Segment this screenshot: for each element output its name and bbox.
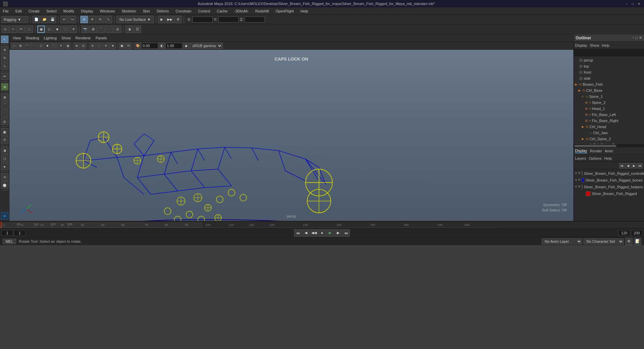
- render-settings[interactable]: ⚙: [174, 16, 182, 23]
- vp-menu-show[interactable]: Show: [60, 34, 73, 42]
- vp-xray[interactable]: ◌: [96, 43, 102, 49]
- stop-btn[interactable]: ■: [318, 229, 326, 237]
- current-frame-input[interactable]: [1, 230, 13, 236]
- grid-snap[interactable]: ⊞: [90, 26, 97, 33]
- x-input[interactable]: [192, 16, 213, 23]
- vp-clamp[interactable]: ◧: [159, 43, 165, 49]
- layer-helpers[interactable]: V P Silver_Bream_Fish_Rigged_helpers: [574, 184, 644, 190]
- wire-mode[interactable]: ◻: [45, 26, 53, 33]
- outliner-tab-show[interactable]: Show: [590, 43, 599, 47]
- menu-constrain[interactable]: Constrain: [174, 9, 193, 13]
- texture-mode[interactable]: ⬛: [62, 26, 69, 33]
- mode-dropdown[interactable]: Rigging ▼: [1, 16, 28, 23]
- vp-texture[interactable]: ⬛: [51, 43, 57, 49]
- tree-item-fin-left[interactable]: ⊞ < Fin_Base_Left: [574, 112, 644, 118]
- xray[interactable]: ☲: [134, 26, 141, 33]
- snap-point[interactable]: ·: [1, 110, 8, 117]
- tree-item-ctrl-spine3[interactable]: ▶ ⊡ Ctrl_Spine_3: [574, 142, 644, 144]
- vp-grid[interactable]: ⊞: [17, 43, 24, 49]
- vp-iso[interactable]: ⊘: [90, 43, 96, 49]
- outliner-tab-display[interactable]: Display: [575, 43, 587, 47]
- menu-cache[interactable]: Cache: [215, 9, 229, 13]
- anim-layer-select[interactable]: No Anim Layer: [542, 238, 582, 244]
- pb-prev[interactable]: ⏮: [619, 163, 624, 168]
- save-button[interactable]: 💾: [49, 16, 56, 23]
- layer-p3[interactable]: P: [578, 185, 580, 189]
- select-mode[interactable]: ↖: [1, 36, 8, 43]
- panel-subtab-help[interactable]: Help: [604, 156, 612, 160]
- tree-item-front[interactable]: 🎥 front: [574, 69, 644, 75]
- menu-create[interactable]: Create: [27, 9, 41, 13]
- new-button[interactable]: 📄: [33, 16, 40, 23]
- snap-view[interactable]: ◎: [1, 118, 8, 125]
- open-button[interactable]: 📁: [41, 16, 48, 23]
- pt-snap[interactable]: ·: [106, 26, 113, 33]
- pb-fwd[interactable]: ▶: [631, 163, 637, 168]
- layer-p1[interactable]: P: [578, 171, 580, 176]
- isolate[interactable]: ◑: [126, 26, 133, 33]
- outliner-tab-help[interactable]: Help: [602, 43, 610, 47]
- panel-tab-render[interactable]: Render: [590, 149, 602, 153]
- layer-v3[interactable]: V: [575, 185, 577, 189]
- menu-help[interactable]: Help: [299, 9, 310, 13]
- menu-modify[interactable]: Modify: [62, 9, 75, 13]
- menu-file[interactable]: File: [1, 9, 10, 13]
- outliner-close[interactable]: ✕: [639, 36, 642, 40]
- maximize-button[interactable]: □: [631, 1, 635, 6]
- vp-gamma-icon[interactable]: ◕: [183, 43, 189, 49]
- vp-shadow[interactable]: ◑: [65, 43, 71, 49]
- timeline[interactable]: 1 65 110 120 200: [0, 221, 644, 228]
- play-back-btn[interactable]: ◀◀: [310, 229, 318, 237]
- tree-item-ctrl-head[interactable]: ▶ ⊡ Ctrl_Head: [574, 124, 644, 130]
- prev-frame-btn[interactable]: ◀: [302, 229, 310, 237]
- pb-back[interactable]: ◀: [625, 163, 631, 168]
- vp-manip[interactable]: ✛: [103, 43, 109, 49]
- outliner-maximize[interactable]: □: [635, 36, 638, 40]
- preferences-btn[interactable]: ⚙: [625, 238, 633, 245]
- vp-value2[interactable]: 1.00: [166, 43, 182, 49]
- next-frame-btn[interactable]: ▶: [334, 229, 342, 237]
- range-end-input[interactable]: [631, 230, 643, 236]
- vp-value1[interactable]: 0.00: [141, 43, 158, 49]
- layer-controllers[interactable]: V P Silver_Bream_Fish_Rigged_controlle: [574, 170, 644, 177]
- minimize-button[interactable]: −: [624, 1, 629, 6]
- select-tool[interactable]: ⊕: [80, 16, 88, 23]
- no-live-surface-button[interactable]: No Live Surface ▼: [116, 16, 154, 23]
- vp-light[interactable]: ☀: [58, 43, 64, 49]
- tree-item-bream-fish[interactable]: ▶ ⊡ Bream_Fish: [574, 81, 644, 87]
- redo-button[interactable]: ↪: [69, 16, 76, 23]
- y-input[interactable]: [218, 16, 239, 23]
- layer-p2[interactable]: P: [578, 178, 580, 182]
- vp-bookmarks[interactable]: ★: [110, 43, 116, 49]
- smooth[interactable]: ●: [1, 163, 8, 170]
- menu-skeleton[interactable]: Skeleton: [120, 9, 137, 13]
- layer-v2[interactable]: V: [575, 178, 577, 182]
- gamma-select[interactable]: sRGB gamma: [190, 43, 223, 49]
- snap-grid[interactable]: ⊞: [1, 93, 8, 101]
- panel-subtab-options[interactable]: Options: [589, 156, 602, 160]
- rotate-tool[interactable]: ↻: [97, 16, 104, 23]
- vp-anim[interactable]: ◦: [31, 43, 37, 49]
- wireframe[interactable]: ◻: [1, 155, 8, 162]
- vp-menu-view[interactable]: View: [11, 34, 23, 42]
- menu-redshift[interactable]: Redshift: [254, 9, 270, 13]
- z-input[interactable]: [245, 16, 265, 23]
- layer-main[interactable]: V P Silver_Bream_Fish_Rigged: [574, 190, 644, 197]
- tree-item-head1[interactable]: ⊞ < Head_1: [574, 106, 644, 112]
- tree-item-persp[interactable]: 🎥 persp: [574, 57, 644, 63]
- end-frame-input[interactable]: [618, 230, 630, 236]
- panel-subtab-layers[interactable]: Layers: [575, 156, 586, 160]
- curve-snap[interactable]: ⌒: [98, 26, 105, 33]
- menu-deform[interactable]: Deform: [155, 9, 170, 13]
- menu-3dtall[interactable]: -3DtoAll-: [233, 9, 250, 13]
- tree-item-spine2[interactable]: ⊞ < Spine_2: [574, 100, 644, 106]
- xray-mode[interactable]: ◑: [1, 147, 8, 154]
- menu-display[interactable]: Display: [80, 9, 95, 13]
- render-seq[interactable]: ▶▶: [166, 16, 174, 23]
- pb-next[interactable]: ⏭: [637, 163, 643, 168]
- vp-menu-panels[interactable]: Panels: [94, 34, 109, 42]
- menu-skin[interactable]: Skin: [141, 9, 151, 13]
- vp-menu-renderer[interactable]: Renderer: [73, 34, 93, 42]
- move-tool[interactable]: ✛: [88, 16, 96, 23]
- layer-bones[interactable]: V P Silver_Bream_Fish_Rigged_bones: [574, 177, 644, 184]
